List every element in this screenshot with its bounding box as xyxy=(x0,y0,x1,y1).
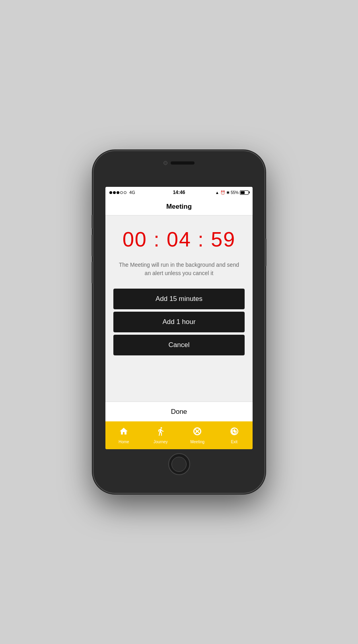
signal-dot-4 xyxy=(120,191,123,194)
tab-exit-label: Exit xyxy=(231,440,237,444)
status-time: 14:46 xyxy=(173,190,185,195)
home-icon xyxy=(119,427,128,438)
done-area: Done xyxy=(105,402,253,421)
location-icon: ▲ xyxy=(215,190,219,195)
home-button-inner xyxy=(171,457,187,472)
signal-dot-1 xyxy=(109,191,112,194)
cancel-button[interactable]: Cancel xyxy=(113,335,245,355)
bluetooth-icon: ✱ xyxy=(226,190,230,195)
phone-screen: 4G 14:46 ▲ ⏰ ✱ 55% Meeting 00 : 04 : 59 xyxy=(105,187,253,449)
signal-area: 4G xyxy=(109,190,135,195)
tab-journey[interactable]: Journey xyxy=(142,427,179,444)
done-button[interactable]: Done xyxy=(171,408,187,416)
main-content: 00 : 04 : 59 The Meeting will run in the… xyxy=(105,215,253,402)
navigation-bar: Meeting xyxy=(105,198,253,215)
action-buttons-container: Add 15 minutes Add 1 hour Cancel xyxy=(113,289,245,355)
network-type: 4G xyxy=(129,190,135,195)
tab-home-label: Home xyxy=(119,440,129,444)
front-camera xyxy=(163,161,167,165)
power-button[interactable] xyxy=(265,239,267,266)
speaker xyxy=(171,161,195,165)
status-bar: 4G 14:46 ▲ ⏰ ✱ 55% xyxy=(105,187,253,198)
phone-frame: 4G 14:46 ▲ ⏰ ✱ 55% Meeting 00 : 04 : 59 xyxy=(93,151,265,493)
timer-display: 00 : 04 : 59 xyxy=(123,227,235,251)
volume-up-button[interactable] xyxy=(91,235,93,256)
add-15-minutes-button[interactable]: Add 15 minutes xyxy=(113,289,245,309)
alarm-icon: ⏰ xyxy=(220,190,225,195)
tab-meeting[interactable]: Meeting xyxy=(179,427,216,444)
tab-exit[interactable]: Exit xyxy=(216,427,253,444)
tab-bar: Home Journey xyxy=(105,421,253,449)
page-title: Meeting xyxy=(166,203,192,211)
tab-meeting-label: Meeting xyxy=(190,440,204,444)
journey-icon xyxy=(156,427,165,438)
volume-down-button[interactable] xyxy=(91,262,93,283)
signal-dot-2 xyxy=(113,191,116,194)
battery-percent: 55% xyxy=(231,190,239,195)
phone-top-area xyxy=(139,159,219,167)
tab-home[interactable]: Home xyxy=(105,427,142,444)
timer-message: The Meeting will run in the background a… xyxy=(113,261,245,277)
battery-icon xyxy=(240,190,249,195)
signal-dot-3 xyxy=(117,191,119,194)
add-1-hour-button[interactable]: Add 1 hour xyxy=(113,312,245,332)
status-right-area: ▲ ⏰ ✱ 55% xyxy=(215,190,249,195)
exit-icon xyxy=(230,427,239,438)
meeting-icon xyxy=(193,427,202,438)
battery-fill xyxy=(241,191,245,194)
signal-dot-5 xyxy=(124,191,126,194)
tab-journey-label: Journey xyxy=(154,440,168,444)
home-button[interactable] xyxy=(168,453,190,475)
